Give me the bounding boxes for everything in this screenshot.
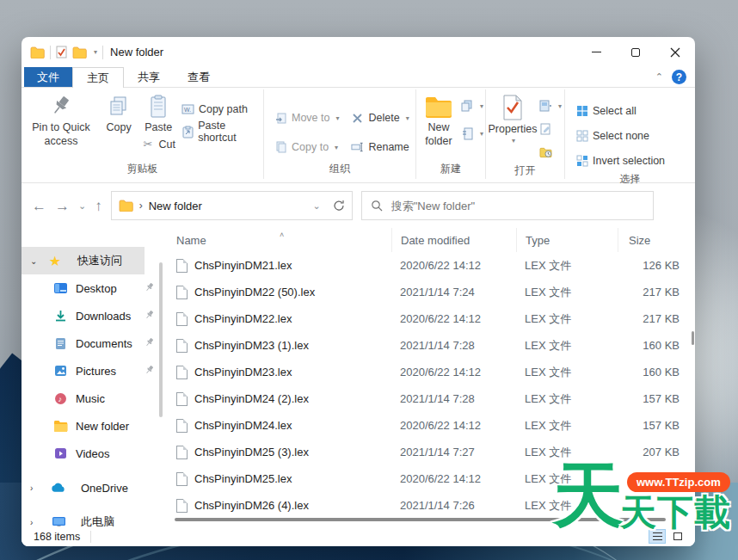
chevron-right-icon[interactable]: › xyxy=(30,518,40,527)
history-button[interactable] xyxy=(539,143,562,162)
address-bar[interactable]: › New folder ⌄ xyxy=(111,191,353,220)
delete-button[interactable]: Delete▾ xyxy=(351,108,409,127)
address-dropdown-chevron-icon[interactable]: ⌄ xyxy=(313,201,321,211)
paste-button[interactable]: Paste xyxy=(139,89,177,135)
select-all-button[interactable]: Select all xyxy=(575,102,665,120)
recent-locations-chevron-icon[interactable]: ⌄ xyxy=(78,201,86,211)
sidebar-scrollbar[interactable] xyxy=(159,262,163,417)
horizontal-scrollbar[interactable] xyxy=(175,518,681,521)
invert-selection-button[interactable]: Invert selection xyxy=(575,151,665,170)
table-row[interactable]: ChsPinyinDM24 (2).lex 2021/1/14 7:28 LEX… xyxy=(168,385,695,412)
easy-access-button[interactable]: ▾ xyxy=(461,96,483,115)
refresh-icon[interactable] xyxy=(333,200,345,212)
quick-access-star-icon: ★ xyxy=(47,254,63,268)
tab-home[interactable]: 主页 xyxy=(72,67,124,88)
sidebar-item-documents[interactable]: Documents xyxy=(22,329,168,357)
details-view-button[interactable] xyxy=(649,529,666,544)
sidebar-item-new-folder[interactable]: New folder xyxy=(22,412,168,440)
chevron-down-icon[interactable]: ⌄ xyxy=(30,256,40,266)
column-header-name[interactable]: Name ˄ xyxy=(168,234,391,247)
file-date: 2020/6/22 14:12 xyxy=(391,252,516,279)
sidebar-item-pictures[interactable]: Pictures xyxy=(22,357,168,385)
sidebar-item-label: Documents xyxy=(76,337,132,350)
paste-shortcut-label: Paste shortcut xyxy=(198,120,263,144)
vertical-scrollbar[interactable] xyxy=(692,331,694,345)
search-box[interactable] xyxy=(361,191,654,220)
column-header-size[interactable]: Size xyxy=(618,228,695,252)
cut-button[interactable]: ✂ Cut xyxy=(141,135,175,154)
back-button[interactable]: ← xyxy=(32,199,46,213)
divider xyxy=(90,531,91,543)
table-row[interactable]: ChsPinyinDM21.lex 2020/6/22 14:12 LEX 文件… xyxy=(168,252,695,279)
maximize-button[interactable] xyxy=(616,37,655,67)
copy-to-button[interactable]: Copy to▾ xyxy=(274,138,339,157)
up-button[interactable]: ↑ xyxy=(95,199,102,213)
column-header-type[interactable]: Type xyxy=(516,228,618,252)
chevron-right-icon[interactable]: › xyxy=(30,483,40,493)
table-row[interactable]: ChsPinyinDM24.lex 2020/6/22 14:12 LEX 文件… xyxy=(168,412,695,439)
qat-properties-icon[interactable] xyxy=(56,46,67,58)
sidebar-item-quick-access[interactable]: ⌄ ★ 快速访问 xyxy=(22,247,145,274)
table-row[interactable]: ChsPinyinDM26 (4).lex 2021/1/14 7:26 LEX… xyxy=(168,492,695,519)
pin-icon xyxy=(145,337,154,348)
table-row[interactable]: ChsPinyinDM25.lex 2020/6/22 14:12 LEX 文件… xyxy=(168,465,695,492)
cut-label: Cut xyxy=(158,138,175,151)
table-row[interactable]: ChsPinyinDM23 (1).lex 2021/1/14 7:28 LEX… xyxy=(168,332,695,359)
close-button[interactable] xyxy=(655,37,695,67)
column-header-date-modified[interactable]: Date modified xyxy=(391,228,516,252)
copy-button[interactable]: Copy xyxy=(101,89,137,135)
thumbnail-view-button[interactable] xyxy=(669,529,686,544)
file-type: LEX 文件 xyxy=(516,252,618,279)
table-row[interactable]: ChsPinyinDM23.lex 2020/6/22 14:12 LEX 文件… xyxy=(168,359,695,385)
file-icon xyxy=(176,392,188,406)
paste-shortcut-button[interactable]: Paste shortcut xyxy=(181,122,263,141)
select-none-label: Select none xyxy=(593,130,649,142)
file-name: ChsPinyinDM23 (1).lex xyxy=(194,339,309,352)
file-date: 2021/1/14 7:24 xyxy=(391,279,516,305)
move-to-button[interactable]: Move to▾ xyxy=(274,108,339,127)
breadcrumb[interactable]: New folder xyxy=(149,200,202,212)
collapse-ribbon-icon[interactable]: ⌃ xyxy=(655,71,663,83)
edit-button[interactable] xyxy=(539,120,562,138)
new-folder-label: New folder xyxy=(421,121,456,148)
new-item-button[interactable]: ▾ xyxy=(461,124,483,143)
sidebar-item-music[interactable]: ♪ Music xyxy=(22,385,168,412)
help-icon[interactable]: ? xyxy=(672,70,686,84)
open-button[interactable]: ▾ xyxy=(539,96,562,115)
svg-text:W.: W. xyxy=(184,107,191,113)
group-label-clipboard: 剪贴板 xyxy=(22,160,263,179)
select-all-label: Select all xyxy=(593,105,637,117)
forward-button[interactable]: → xyxy=(55,199,70,213)
rename-button[interactable]: Rename xyxy=(351,138,409,157)
table-row[interactable]: ChsPinyinDM22 (50).lex 2021/1/14 7:24 LE… xyxy=(168,279,695,305)
thumbnail-view-icon xyxy=(673,532,682,540)
search-input[interactable] xyxy=(390,199,644,213)
move-to-label: Move to xyxy=(292,112,329,124)
tab-share[interactable]: 共享 xyxy=(124,67,174,87)
tab-view[interactable]: 查看 xyxy=(174,67,224,87)
folder-icon xyxy=(52,419,68,433)
table-row[interactable]: ChsPinyinDM22.lex 2020/6/22 14:12 LEX 文件… xyxy=(168,305,695,332)
minimize-button[interactable] xyxy=(576,37,616,67)
file-date: 2020/6/22 14:12 xyxy=(391,465,516,492)
tab-file[interactable]: 文件 xyxy=(24,67,72,87)
group-label-organize: 组织 xyxy=(264,160,415,179)
copy-path-button[interactable]: W. Copy path xyxy=(181,100,263,119)
sidebar-item-videos[interactable]: Videos xyxy=(22,440,168,467)
videos-icon xyxy=(52,446,68,460)
properties-button[interactable]: Properties ▾ xyxy=(486,89,539,145)
pin-to-quick-access-button[interactable]: Pin to Quick access xyxy=(22,89,101,148)
qat-new-folder-icon[interactable] xyxy=(72,46,87,58)
qat-customize-chevron-icon[interactable]: ▾ xyxy=(94,48,97,56)
main-area: ⌄ ★ 快速访问 Desktop Downloads xyxy=(22,228,695,526)
sidebar-item-desktop[interactable]: Desktop xyxy=(22,274,168,302)
select-none-button[interactable]: Select none xyxy=(575,126,665,145)
sidebar-item-downloads[interactable]: Downloads xyxy=(22,302,168,329)
ribbon-group-select: Select all Select none Inv xyxy=(565,89,695,179)
horizontal-scrollbar-thumb[interactable] xyxy=(175,518,666,521)
sidebar-item-onedrive[interactable]: › OneDrive xyxy=(22,474,168,502)
chevron-down-icon: ▾ xyxy=(512,137,515,145)
new-folder-button[interactable]: New folder xyxy=(416,89,461,148)
table-row[interactable]: ChsPinyinDM25 (3).lex 2021/1/14 7:27 LEX… xyxy=(168,439,695,465)
title-bar[interactable]: ▾ New folder xyxy=(22,37,695,67)
